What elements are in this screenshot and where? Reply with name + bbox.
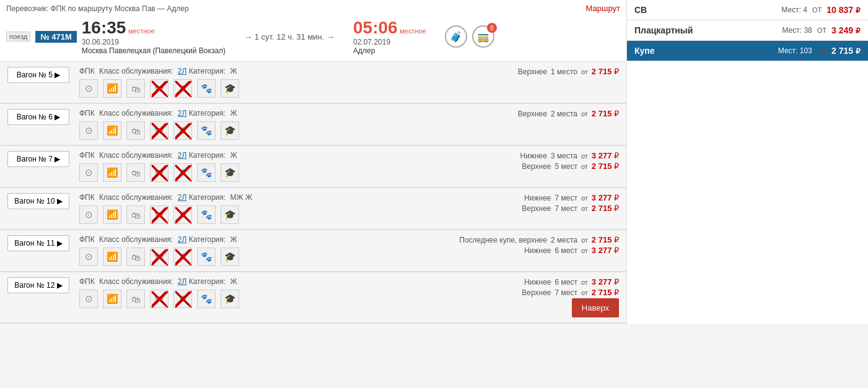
ticket-tab-2[interactable]: Купе Мест: 103 ОТ 2 715 ₽ — [627, 41, 868, 61]
seat-type: Верхнее — [518, 110, 547, 118]
seat-row-2-1: Верхнее 5 мест от 2 715 ₽ — [483, 162, 619, 171]
svg-line-5 — [152, 123, 168, 139]
food-icon: ⊙ — [79, 79, 98, 98]
wagon-button-2[interactable]: Вагон № 7 ▶ — [7, 151, 69, 167]
wagon-category-value: Ж — [230, 109, 237, 118]
wagon-carrier: ФПК — [79, 277, 95, 286]
seat-type: Верхнее — [522, 204, 551, 213]
wagon-info-1: ФПК Класс обслуживания: 2Л Категория: Ж⊙… — [79, 109, 473, 140]
ac-icon: ❄ — [173, 163, 192, 182]
arrival-station: Адлер — [353, 46, 426, 55]
wifi-icon: W — [150, 163, 169, 182]
wagon-button-3[interactable]: Вагон № 10 ▶ — [7, 193, 69, 209]
arrival-time: 05:06 — [353, 18, 398, 37]
wagon-category-value: Ж — [230, 235, 237, 244]
pet-icon: 🐾 — [197, 248, 216, 266]
wagon-carrier: ФПК — [79, 235, 95, 244]
seat-row-3-0: Нижнее 7 мест от 3 277 ₽ — [483, 193, 619, 202]
pet-icon: 🐾 — [197, 163, 216, 182]
arrival-label: местное — [400, 27, 426, 35]
ticket-tab-1[interactable]: Плацкартный Мест: 38 ОТ 3 249 ₽ — [627, 20, 868, 41]
seat-price: 2 715 ₽ — [592, 288, 619, 297]
wagon-seats-1: Верхнее 2 места от 2 715 ₽ — [483, 109, 619, 119]
seat-price: 2 715 ₽ — [592, 162, 619, 171]
amenities: ⊙📶🛍W ❄ 🐾🎓 — [79, 79, 473, 98]
wagon-row-4: Вагон № 11 ▶ФПК Класс обслуживания: 2Л К… — [0, 230, 626, 272]
signal-icon: 📶 — [103, 163, 121, 182]
wagon-top-5: Вагон № 12 ▶ФПК Класс обслуживания: 2Л К… — [7, 277, 619, 317]
wagon-carrier: ФПК — [79, 193, 95, 202]
edu-icon: 🎓 — [221, 290, 239, 308]
back-top-button[interactable]: Наверх — [572, 298, 619, 317]
food-icon: ⊙ — [79, 248, 98, 266]
wagon-category-value: МЖ Ж — [230, 193, 252, 202]
wagon-class-value[interactable]: 2Л — [178, 193, 187, 202]
tab-name: СВ — [634, 5, 647, 15]
seat-row-4-0: Последнее купе, верхнее 2 места от 2 715… — [459, 235, 619, 244]
tab-name: Плацкартный — [634, 25, 693, 35]
train-number: № 471М — [35, 31, 77, 43]
wagon-class-label: Класс обслуживания: — [99, 235, 173, 244]
ticket-tab-0[interactable]: СВ Мест: 4 ОТ 10 837 ₽ — [627, 0, 868, 20]
seat-from: от — [581, 68, 588, 75]
wagon-class-label: Класс обслуживания: — [99, 109, 173, 118]
train-label: поезд — [6, 32, 30, 41]
wagon-button-5[interactable]: Вагон № 12 ▶ — [7, 277, 69, 293]
wagon-class-value[interactable]: 2Л — [178, 67, 187, 75]
wagon-button-4[interactable]: Вагон № 11 ▶ — [7, 235, 69, 251]
tab-from: ОТ — [812, 6, 822, 14]
bag-icon: 🛍 — [126, 290, 145, 308]
wagon-class-value[interactable]: 2Л — [178, 109, 187, 118]
route-link[interactable]: Маршрут — [586, 4, 620, 13]
wagon-top-4: Вагон № 11 ▶ФПК Класс обслуживания: 2Л К… — [7, 235, 619, 266]
svg-line-10 — [175, 165, 191, 181]
svg-line-8 — [152, 165, 168, 181]
wagon-class-label: Класс обслуживания: — [99, 193, 173, 202]
seat-count: 3 места — [551, 152, 577, 160]
wagon-top-2: Вагон № 7 ▶ФПК Класс обслуживания: 2Л Ка… — [7, 151, 619, 182]
tab-seats: Мест: 4 — [781, 6, 807, 14]
wagon-row-3: Вагон № 10 ▶ФПК Класс обслуживания: 2Л К… — [0, 188, 626, 230]
seat-count: 6 мест — [555, 278, 577, 287]
svg-line-18 — [175, 249, 191, 265]
wagon-seats-0: Верхнее 1 место от 2 715 ₽ — [483, 67, 619, 77]
wagon-class-label: Класс обслуживания: — [99, 67, 173, 75]
seat-price: 3 277 ₽ — [592, 193, 619, 202]
seat-price: 3 277 ₽ — [592, 151, 619, 160]
ac-icon: ❄ — [173, 121, 192, 140]
svg-line-0 — [152, 81, 168, 97]
wagon-seats-3: Нижнее 7 мест от 3 277 ₽ Верхнее 7 мест … — [483, 193, 619, 214]
seat-price: 2 715 ₽ — [592, 67, 619, 76]
svg-line-14 — [175, 207, 191, 223]
carrier-info: Перевозчик: ФПК по маршруту Москва Пав —… — [6, 4, 189, 13]
wagon-category-label: Категория: — [189, 151, 226, 160]
seat-from: от — [581, 278, 588, 286]
seat-count: 7 мест — [555, 288, 577, 297]
tab-seats: Мест: 38 — [782, 26, 812, 35]
wagon-class-value[interactable]: 2Л — [178, 235, 187, 244]
tab-from: ОТ — [817, 27, 826, 34]
wifi-icon: W — [150, 121, 169, 140]
wifi-icon: W — [150, 290, 169, 308]
departure-station: Москва Павелецкая (Павелецкий Вокзал) — [82, 46, 226, 55]
wagon-category-value: Ж — [230, 277, 237, 286]
wagon-row-2: Вагон № 7 ▶ФПК Класс обслуживания: 2Л Ка… — [0, 146, 626, 188]
wagon-button-1[interactable]: Вагон № 6 ▶ — [7, 109, 69, 125]
svg-line-20 — [152, 291, 168, 308]
wagon-class-value[interactable]: 2Л — [178, 151, 187, 160]
wagon-button-0[interactable]: Вагон № 5 ▶ — [7, 67, 69, 83]
ticket-tabs: СВ Мест: 4 ОТ 10 837 ₽ Плацкартный Мест:… — [627, 0, 868, 61]
wagon-row-0: Вагон № 5 ▶ФПК Класс обслуживания: 2Л Ка… — [0, 62, 626, 104]
seat-type: Верхнее — [518, 67, 547, 76]
seat-type: Нижнее — [524, 246, 551, 255]
bag-icon: 🛍 — [126, 248, 145, 266]
seat-count: 1 место — [551, 67, 577, 76]
wagon-row-1: Вагон № 6 ▶ФПК Класс обслуживания: 2Л Ка… — [0, 104, 626, 146]
amenities: ⊙📶🛍W ❄ 🐾🎓 — [79, 205, 473, 224]
luggage-badge: 8 — [487, 23, 497, 33]
signal-icon: 📶 — [103, 79, 121, 98]
wagon-class-value[interactable]: 2Л — [178, 277, 187, 286]
seat-count: 2 места — [551, 110, 577, 118]
wagon-top-1: Вагон № 6 ▶ФПК Класс обслуживания: 2Л Ка… — [7, 109, 619, 140]
amenities: ⊙📶🛍W ❄ 🐾🎓 — [79, 290, 473, 308]
